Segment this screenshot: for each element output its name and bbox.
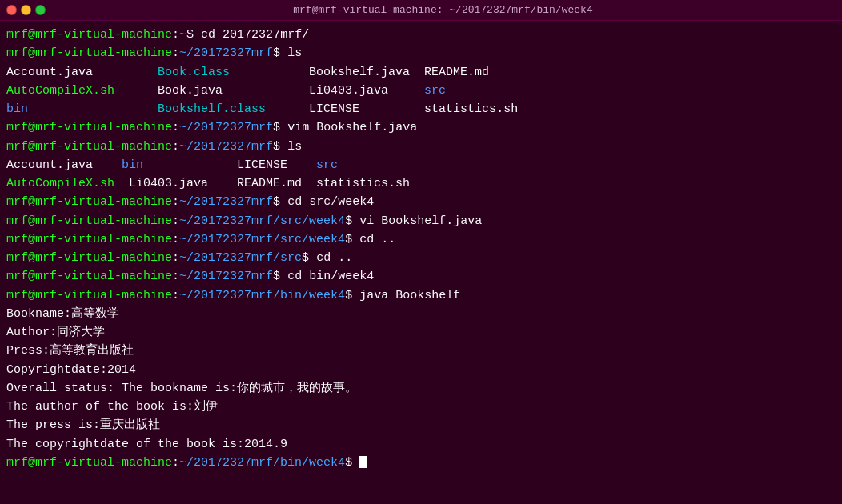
terminal-line: mrf@mrf-virtual-machine:~/20172327mrf$ l… <box>6 138 836 156</box>
terminal-line: AutoCompileX.sh Li0403.java README.md st… <box>6 174 836 193</box>
terminal-line: mrf@mrf-virtual-machine:~$ cd 20172327mr… <box>6 26 836 44</box>
terminal-line: The author of the book is:刘伊 <box>6 398 836 416</box>
terminal-line: mrf@mrf-virtual-machine:~/20172327mrf/sr… <box>6 249 836 267</box>
terminal-line: mrf@mrf-virtual-machine:~/20172327mrf/bi… <box>6 454 836 472</box>
terminal-line: mrf@mrf-virtual-machine:~/20172327mrf$ c… <box>6 193 836 211</box>
minimize-button[interactable] <box>21 5 31 15</box>
terminal-line: mrf@mrf-virtual-machine:~/20172327mrf/bi… <box>6 286 836 305</box>
terminal-line: Account.java Book.class Bookshelf.java R… <box>6 63 836 82</box>
terminal-line: The press is:重庆出版社 <box>6 416 836 434</box>
terminal-line: Press:高等教育出版社 <box>6 342 836 360</box>
terminal-line: mrf@mrf-virtual-machine:~/20172327mrf$ v… <box>6 118 836 137</box>
terminal-output[interactable]: mrf@mrf-virtual-machine:~$ cd 20172327mr… <box>0 21 842 504</box>
window-title: mrf@mrf-virtual-machine: ~/20172327mrf/b… <box>50 4 836 16</box>
title-bar: mrf@mrf-virtual-machine: ~/20172327mrf/b… <box>0 0 842 21</box>
terminal-line: Overall status: The bookname is:你的城市，我的故… <box>6 379 836 398</box>
terminal-line: mrf@mrf-virtual-machine:~/20172327mrf$ l… <box>6 44 836 62</box>
terminal-line: Bookname:高等数学 <box>6 305 836 323</box>
terminal-line: mrf@mrf-virtual-machine:~/20172327mrf$ c… <box>6 267 836 286</box>
terminal-line: AutoCompileX.sh Book.java Li0403.java sr… <box>6 82 836 100</box>
terminal-line: mrf@mrf-virtual-machine:~/20172327mrf/sr… <box>6 230 836 249</box>
terminal-line: Author:同济大学 <box>6 323 836 342</box>
close-button[interactable] <box>6 5 17 15</box>
terminal-line: bin Bookshelf.class LICENSE statistics.s… <box>6 100 836 118</box>
window-controls[interactable] <box>6 5 46 15</box>
maximize-button[interactable] <box>35 5 46 15</box>
terminal-line: The copyrightdate of the book is:2014.9 <box>6 435 836 454</box>
terminal-cursor <box>359 456 367 468</box>
terminal-line: Account.java bin LICENSE src <box>6 156 836 174</box>
terminal-line: Copyrightdate:2014 <box>6 361 836 379</box>
terminal-line: mrf@mrf-virtual-machine:~/20172327mrf/sr… <box>6 212 836 230</box>
